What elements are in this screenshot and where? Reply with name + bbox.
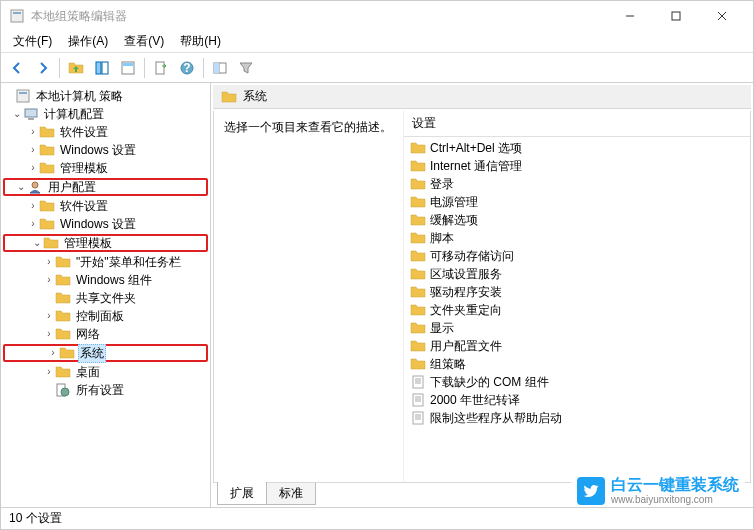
- list-item-label: 脚本: [430, 230, 454, 247]
- help-button[interactable]: ?: [175, 56, 199, 80]
- tree-desktop[interactable]: ›桌面: [1, 363, 210, 381]
- expand-toggle[interactable]: ›: [31, 163, 34, 173]
- tree-label: 本地计算机 策略: [34, 88, 125, 105]
- tree-cc-software[interactable]: ›软件设置: [1, 123, 210, 141]
- folder-icon: [410, 176, 426, 192]
- tree-all-settings[interactable]: 所有设置: [1, 381, 210, 399]
- list-item[interactable]: 可移动存储访问: [404, 247, 750, 265]
- forward-button[interactable]: [31, 56, 55, 80]
- path-bar: 系统: [213, 85, 751, 109]
- tree-start-menu[interactable]: ›"开始"菜单和任务栏: [1, 253, 210, 271]
- tree-control-panel[interactable]: ›控制面板: [1, 307, 210, 325]
- settings-list[interactable]: 设置 Ctrl+Alt+Del 选项Internet 通信管理登录电源管理缓解选…: [404, 111, 750, 482]
- tree-label: 软件设置: [58, 124, 110, 141]
- list-item[interactable]: 用户配置文件: [404, 337, 750, 355]
- tree-uc-software[interactable]: ›软件设置: [1, 197, 210, 215]
- folder-icon: [55, 272, 71, 288]
- list-item[interactable]: 脚本: [404, 229, 750, 247]
- minimize-button[interactable]: [607, 1, 653, 31]
- tab-standard[interactable]: 标准: [266, 483, 316, 505]
- list-item-label: 文件夹重定向: [430, 302, 502, 319]
- expand-toggle[interactable]: ›: [47, 329, 50, 339]
- list-item[interactable]: 2000 年世纪转译: [404, 391, 750, 409]
- status-bar: 10 个设置: [1, 507, 753, 529]
- list-item[interactable]: 登录: [404, 175, 750, 193]
- maximize-button[interactable]: [653, 1, 699, 31]
- tree-uc-windows[interactable]: ›Windows 设置: [1, 215, 210, 233]
- folder-icon: [410, 284, 426, 300]
- svg-rect-14: [672, 12, 680, 20]
- folder-icon: [221, 89, 237, 105]
- user-icon: [27, 179, 43, 195]
- menu-view[interactable]: 查看(V): [116, 31, 172, 52]
- expand-toggle[interactable]: ›: [51, 348, 54, 358]
- list-item[interactable]: 电源管理: [404, 193, 750, 211]
- folder-icon: [55, 254, 71, 270]
- tree-cc-admin[interactable]: ›管理模板: [1, 159, 210, 177]
- list-item-label: 可移动存储访问: [430, 248, 514, 265]
- tree-network[interactable]: ›网络: [1, 325, 210, 343]
- list-item[interactable]: 组策略: [404, 355, 750, 373]
- show-hide-tree-button[interactable]: [90, 56, 114, 80]
- tree-uc-admin[interactable]: ⌄ 管理模板: [3, 234, 208, 252]
- tree-win-components[interactable]: ›Windows 组件: [1, 271, 210, 289]
- tree-label: 所有设置: [74, 382, 126, 399]
- extended-view-button[interactable]: [208, 56, 232, 80]
- list-item-label: 用户配置文件: [430, 338, 502, 355]
- svg-rect-26: [214, 63, 219, 73]
- setting-icon: [410, 392, 426, 408]
- list-item-label: 电源管理: [430, 194, 478, 211]
- menu-file[interactable]: 文件(F): [5, 31, 60, 52]
- tree-root[interactable]: 本地计算机 策略: [1, 87, 210, 105]
- list-item[interactable]: Internet 通信管理: [404, 157, 750, 175]
- menu-help[interactable]: 帮助(H): [172, 31, 229, 52]
- list-item[interactable]: Ctrl+Alt+Del 选项: [404, 139, 750, 157]
- tree-shared-folders[interactable]: 共享文件夹: [1, 289, 210, 307]
- svg-rect-20: [123, 63, 133, 66]
- export-button[interactable]: [149, 56, 173, 80]
- expand-toggle[interactable]: ›: [31, 201, 34, 211]
- properties-button[interactable]: [116, 56, 140, 80]
- tree-user-config[interactable]: ⌄ 用户配置: [3, 178, 208, 196]
- expand-toggle[interactable]: ›: [47, 367, 50, 377]
- tree-label: 用户配置: [46, 179, 98, 196]
- list-item[interactable]: 区域设置服务: [404, 265, 750, 283]
- title-bar: 本地组策略编辑器: [1, 1, 753, 31]
- list-item[interactable]: 文件夹重定向: [404, 301, 750, 319]
- close-button[interactable]: [699, 1, 745, 31]
- tree-label: 管理模板: [58, 160, 110, 177]
- list-item[interactable]: 下载缺少的 COM 组件: [404, 373, 750, 391]
- watermark: 白云一键重装系统 www.baiyunxitong.com: [571, 474, 745, 507]
- expand-toggle[interactable]: ⌄: [13, 109, 21, 119]
- tab-extended[interactable]: 扩展: [217, 482, 267, 505]
- list-item[interactable]: 驱动程序安装: [404, 283, 750, 301]
- watermark-url: www.baiyunxitong.com: [611, 494, 739, 505]
- tree-computer-config[interactable]: ⌄ 计算机配置: [1, 105, 210, 123]
- column-header[interactable]: 设置: [404, 111, 750, 137]
- expand-toggle[interactable]: ›: [31, 127, 34, 137]
- list-item[interactable]: 限制这些程序从帮助启动: [404, 409, 750, 427]
- list-item-label: Ctrl+Alt+Del 选项: [430, 140, 522, 157]
- window-title: 本地组策略编辑器: [31, 8, 607, 25]
- tree-system[interactable]: › 系统: [3, 344, 208, 362]
- expand-toggle[interactable]: ›: [47, 275, 50, 285]
- back-button[interactable]: [5, 56, 29, 80]
- expand-toggle[interactable]: ›: [31, 219, 34, 229]
- list-item[interactable]: 显示: [404, 319, 750, 337]
- list-item-label: 组策略: [430, 356, 466, 373]
- tree-pane[interactable]: 本地计算机 策略 ⌄ 计算机配置 ›软件设置 ›Windows 设置 ›管理模板…: [1, 83, 211, 507]
- folder-icon: [39, 124, 55, 140]
- setting-icon: [410, 374, 426, 390]
- filter-button[interactable]: [234, 56, 258, 80]
- svg-text:?: ?: [183, 61, 190, 75]
- list-item[interactable]: 缓解选项: [404, 211, 750, 229]
- up-button[interactable]: [64, 56, 88, 80]
- expand-toggle[interactable]: ⌄: [17, 182, 25, 192]
- tree-cc-windows[interactable]: ›Windows 设置: [1, 141, 210, 159]
- menu-action[interactable]: 操作(A): [60, 31, 116, 52]
- expand-toggle[interactable]: ›: [31, 145, 34, 155]
- expand-toggle[interactable]: ⌄: [33, 238, 41, 248]
- expand-toggle[interactable]: ›: [47, 311, 50, 321]
- list-item-label: 区域设置服务: [430, 266, 502, 283]
- expand-toggle[interactable]: ›: [47, 257, 50, 267]
